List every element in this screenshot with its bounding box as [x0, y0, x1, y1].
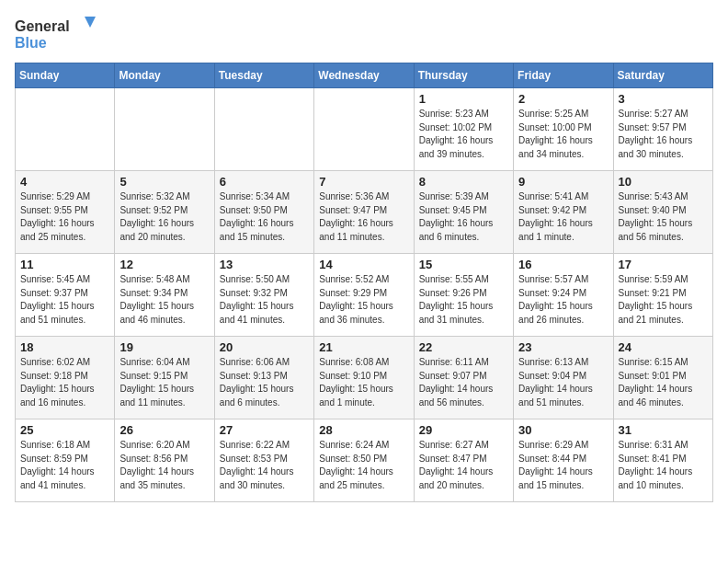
- day-info: Sunrise: 6:08 AM Sunset: 9:10 PM Dayligh…: [319, 356, 408, 409]
- calendar-cell: [115, 88, 214, 171]
- calendar-cell: [16, 88, 115, 171]
- calendar-cell: 15Sunrise: 5:55 AM Sunset: 9:26 PM Dayli…: [414, 254, 513, 337]
- day-info: Sunrise: 6:06 AM Sunset: 9:13 PM Dayligh…: [220, 356, 309, 409]
- day-info: Sunrise: 5:36 AM Sunset: 9:47 PM Dayligh…: [319, 190, 408, 244]
- day-info: Sunrise: 5:41 AM Sunset: 9:42 PM Dayligh…: [518, 190, 608, 244]
- day-number: 11: [20, 258, 109, 271]
- day-info: Sunrise: 6:29 AM Sunset: 8:44 PM Dayligh…: [518, 439, 608, 492]
- day-number: 2: [518, 92, 608, 106]
- page-header: GeneralBlue: [15, 15, 713, 52]
- svg-text:Blue: Blue: [15, 35, 47, 51]
- day-info: Sunrise: 6:31 AM Sunset: 8:41 PM Dayligh…: [619, 439, 708, 492]
- day-info: Sunrise: 6:22 AM Sunset: 8:53 PM Dayligh…: [220, 439, 309, 492]
- day-number: 26: [119, 423, 209, 437]
- calendar-cell: 25Sunrise: 6:18 AM Sunset: 8:59 PM Dayli…: [16, 419, 115, 502]
- day-number: 29: [419, 423, 508, 437]
- day-info: Sunrise: 5:57 AM Sunset: 9:24 PM Dayligh…: [518, 273, 608, 327]
- day-info: Sunrise: 5:48 AM Sunset: 9:34 PM Dayligh…: [119, 273, 209, 327]
- calendar-cell: 9Sunrise: 5:41 AM Sunset: 9:42 PM Daylig…: [514, 171, 613, 254]
- calendar-cell: 3Sunrise: 5:27 AM Sunset: 9:57 PM Daylig…: [613, 88, 712, 171]
- day-number: 3: [619, 92, 708, 106]
- day-number: 23: [518, 340, 608, 354]
- day-number: 8: [419, 175, 508, 189]
- day-number: 30: [518, 423, 608, 437]
- day-number: 21: [319, 340, 408, 354]
- day-number: 9: [518, 175, 608, 189]
- col-header-saturday: Saturday: [613, 63, 712, 88]
- calendar-cell: [214, 88, 313, 171]
- calendar-cell: 6Sunrise: 5:34 AM Sunset: 9:50 PM Daylig…: [214, 171, 313, 254]
- col-header-wednesday: Wednesday: [314, 63, 414, 88]
- day-info: Sunrise: 5:52 AM Sunset: 9:29 PM Dayligh…: [319, 273, 408, 327]
- day-number: 25: [20, 423, 109, 437]
- col-header-friday: Friday: [514, 63, 613, 88]
- day-number: 27: [220, 423, 309, 437]
- calendar-week-5: 25Sunrise: 6:18 AM Sunset: 8:59 PM Dayli…: [16, 419, 713, 502]
- calendar-table: SundayMondayTuesdayWednesdayThursdayFrid…: [15, 63, 713, 502]
- calendar-week-4: 18Sunrise: 6:02 AM Sunset: 9:18 PM Dayli…: [16, 337, 713, 419]
- calendar-cell: 7Sunrise: 5:36 AM Sunset: 9:47 PM Daylig…: [314, 171, 414, 254]
- calendar-week-2: 4Sunrise: 5:29 AM Sunset: 9:55 PM Daylig…: [16, 171, 713, 254]
- calendar-cell: 4Sunrise: 5:29 AM Sunset: 9:55 PM Daylig…: [16, 171, 115, 254]
- day-number: 5: [119, 175, 209, 189]
- day-number: 14: [319, 258, 408, 271]
- calendar-cell: 2Sunrise: 5:25 AM Sunset: 10:00 PM Dayli…: [514, 88, 613, 171]
- day-info: Sunrise: 6:20 AM Sunset: 8:56 PM Dayligh…: [119, 439, 209, 492]
- day-number: 12: [119, 258, 209, 271]
- calendar-cell: [314, 88, 414, 171]
- calendar-cell: 19Sunrise: 6:04 AM Sunset: 9:15 PM Dayli…: [115, 337, 214, 419]
- col-header-tuesday: Tuesday: [214, 63, 313, 88]
- logo: GeneralBlue: [15, 15, 97, 52]
- day-info: Sunrise: 6:04 AM Sunset: 9:15 PM Dayligh…: [119, 356, 209, 409]
- col-header-thursday: Thursday: [414, 63, 513, 88]
- calendar-cell: 8Sunrise: 5:39 AM Sunset: 9:45 PM Daylig…: [414, 171, 513, 254]
- calendar-cell: 26Sunrise: 6:20 AM Sunset: 8:56 PM Dayli…: [115, 419, 214, 502]
- svg-text:General: General: [15, 18, 70, 34]
- calendar-cell: 29Sunrise: 6:27 AM Sunset: 8:47 PM Dayli…: [414, 419, 513, 502]
- day-number: 19: [119, 340, 209, 354]
- day-number: 7: [319, 175, 408, 189]
- calendar-cell: 22Sunrise: 6:11 AM Sunset: 9:07 PM Dayli…: [414, 337, 513, 419]
- day-info: Sunrise: 5:45 AM Sunset: 9:37 PM Dayligh…: [20, 273, 109, 327]
- day-info: Sunrise: 6:02 AM Sunset: 9:18 PM Dayligh…: [20, 356, 109, 409]
- col-header-monday: Monday: [115, 63, 214, 88]
- day-number: 31: [619, 423, 708, 437]
- day-number: 24: [619, 340, 708, 354]
- day-number: 15: [419, 258, 508, 271]
- calendar-cell: 12Sunrise: 5:48 AM Sunset: 9:34 PM Dayli…: [115, 254, 214, 337]
- calendar-cell: 13Sunrise: 5:50 AM Sunset: 9:32 PM Dayli…: [214, 254, 313, 337]
- calendar-cell: 30Sunrise: 6:29 AM Sunset: 8:44 PM Dayli…: [514, 419, 613, 502]
- calendar-cell: 20Sunrise: 6:06 AM Sunset: 9:13 PM Dayli…: [214, 337, 313, 419]
- calendar-week-1: 1Sunrise: 5:23 AM Sunset: 10:02 PM Dayli…: [16, 88, 713, 171]
- calendar-week-3: 11Sunrise: 5:45 AM Sunset: 9:37 PM Dayli…: [16, 254, 713, 337]
- calendar-cell: 17Sunrise: 5:59 AM Sunset: 9:21 PM Dayli…: [613, 254, 712, 337]
- day-info: Sunrise: 5:25 AM Sunset: 10:00 PM Daylig…: [518, 108, 608, 161]
- day-info: Sunrise: 6:27 AM Sunset: 8:47 PM Dayligh…: [419, 439, 508, 492]
- day-number: 28: [319, 423, 408, 437]
- day-info: Sunrise: 5:39 AM Sunset: 9:45 PM Dayligh…: [419, 190, 508, 244]
- day-number: 22: [419, 340, 508, 354]
- calendar-cell: 28Sunrise: 6:24 AM Sunset: 8:50 PM Dayli…: [314, 419, 414, 502]
- calendar-cell: 21Sunrise: 6:08 AM Sunset: 9:10 PM Dayli…: [314, 337, 414, 419]
- col-header-sunday: Sunday: [16, 63, 115, 88]
- day-info: Sunrise: 5:29 AM Sunset: 9:55 PM Dayligh…: [20, 190, 109, 244]
- day-number: 17: [619, 258, 708, 271]
- calendar-header-row: SundayMondayTuesdayWednesdayThursdayFrid…: [16, 63, 713, 88]
- day-info: Sunrise: 6:11 AM Sunset: 9:07 PM Dayligh…: [419, 356, 508, 409]
- svg-marker-2: [85, 17, 96, 28]
- calendar-cell: 27Sunrise: 6:22 AM Sunset: 8:53 PM Dayli…: [214, 419, 313, 502]
- day-info: Sunrise: 6:15 AM Sunset: 9:01 PM Dayligh…: [619, 356, 708, 409]
- day-info: Sunrise: 6:24 AM Sunset: 8:50 PM Dayligh…: [319, 439, 408, 492]
- day-number: 10: [619, 175, 708, 189]
- day-info: Sunrise: 5:34 AM Sunset: 9:50 PM Dayligh…: [220, 190, 309, 244]
- calendar-cell: 31Sunrise: 6:31 AM Sunset: 8:41 PM Dayli…: [613, 419, 712, 502]
- day-info: Sunrise: 5:23 AM Sunset: 10:02 PM Daylig…: [419, 108, 508, 161]
- day-number: 1: [419, 92, 508, 106]
- day-number: 18: [20, 340, 109, 354]
- calendar-cell: 18Sunrise: 6:02 AM Sunset: 9:18 PM Dayli…: [16, 337, 115, 419]
- day-number: 6: [220, 175, 309, 189]
- calendar-cell: 16Sunrise: 5:57 AM Sunset: 9:24 PM Dayli…: [514, 254, 613, 337]
- calendar-cell: 11Sunrise: 5:45 AM Sunset: 9:37 PM Dayli…: [16, 254, 115, 337]
- day-number: 13: [220, 258, 309, 271]
- day-number: 4: [20, 175, 109, 189]
